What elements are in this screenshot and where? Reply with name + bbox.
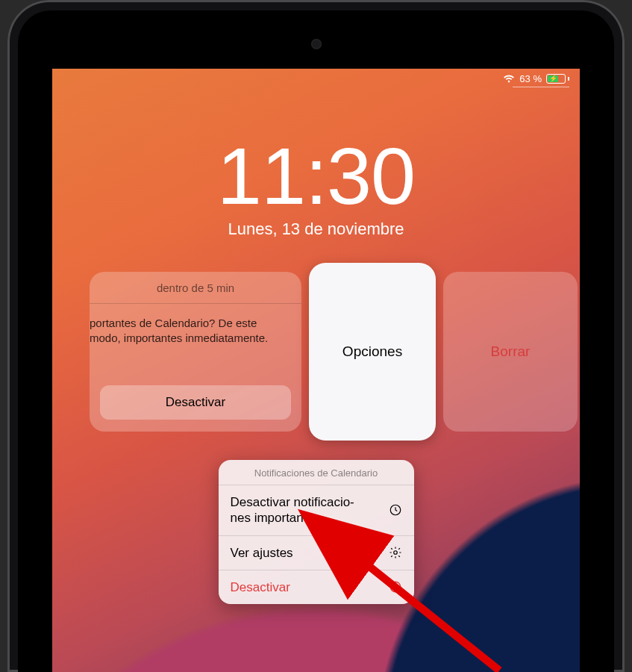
options-button[interactable]: Opciones (309, 263, 436, 441)
popover-row-label: Desactivar (231, 579, 386, 595)
clock-date: Lunes, 13 de noviembre (52, 220, 580, 239)
clock-time: 11:30 (52, 136, 580, 217)
clear-button[interactable]: Borrar (443, 272, 578, 432)
battery-percent-label: 63 % (519, 73, 542, 84)
gear-icon (386, 546, 402, 559)
notification-inline-button-label: Desactivar (166, 395, 225, 410)
notification-options-popover: Notificaciones de Calendario Desactivar … (219, 460, 414, 604)
clear-button-label: Borrar (491, 343, 531, 360)
notification-row: dentro de 5 min portantes de Calendario?… (90, 272, 542, 432)
popover-disable-important[interactable]: Desactivar notificacio- nes importantes (219, 485, 414, 535)
clock-block: 11:30 Lunes, 13 de noviembre (52, 136, 580, 239)
charging-bolt-icon: ⚡ (549, 75, 557, 82)
clock-icon (386, 503, 402, 517)
minus-circle-icon (386, 580, 402, 594)
ipad-inner: 63 % ⚡ 11:30 Lunes, 13 de noviembre dent… (18, 10, 614, 672)
status-bar: 63 % ⚡ (503, 73, 569, 84)
notification-header: dentro de 5 min (90, 272, 301, 303)
ipad-frame: 63 % ⚡ 11:30 Lunes, 13 de noviembre dent… (7, 0, 625, 672)
battery-icon: ⚡ (546, 74, 569, 84)
notification-inline-button[interactable]: Desactivar (100, 385, 291, 420)
notification-card[interactable]: dentro de 5 min portantes de Calendario?… (90, 272, 301, 432)
popover-row-label: Ver ajustes (231, 545, 386, 561)
svg-point-1 (393, 551, 397, 555)
notification-body: portantes de Calendario? De este modo, i… (90, 304, 301, 346)
front-camera (311, 39, 322, 49)
lock-screen: 63 % ⚡ 11:30 Lunes, 13 de noviembre dent… (52, 69, 580, 672)
popover-disable[interactable]: Desactivar (219, 570, 414, 604)
options-button-label: Opciones (342, 343, 402, 360)
popover-view-settings[interactable]: Ver ajustes (219, 535, 414, 570)
popover-row-label: Desactivar notificacio- nes importantes (231, 494, 386, 526)
wifi-icon (503, 75, 515, 84)
status-underline (513, 87, 569, 87)
popover-title: Notificaciones de Calendario (219, 460, 414, 485)
